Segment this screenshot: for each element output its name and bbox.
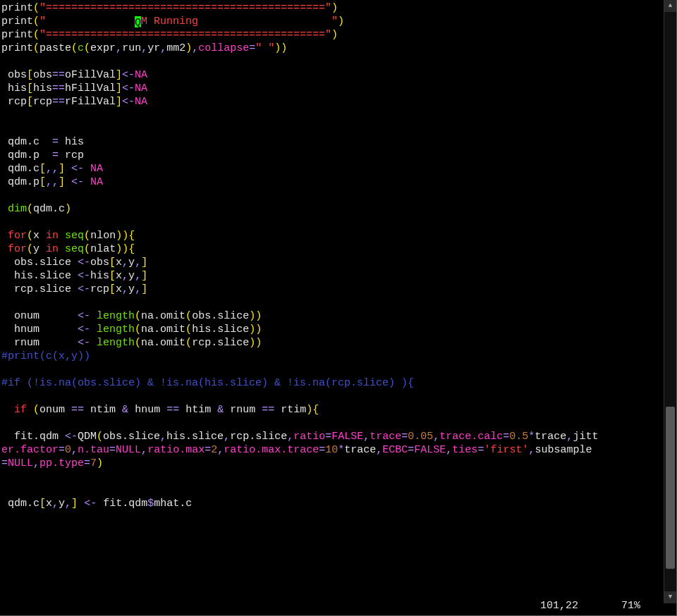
terminal-editor: print("=================================… xyxy=(0,0,677,616)
code-line: =NULL,pp.type=7) xyxy=(1,457,663,470)
code-line: print("=================================… xyxy=(1,1,663,15)
code-line: his.slice <-his[x,y,] xyxy=(1,269,663,283)
scrollbar-thumb[interactable] xyxy=(666,407,675,569)
scroll-percent: 71% xyxy=(621,599,640,612)
vertical-scrollbar[interactable]: ▲ ▼ xyxy=(664,0,676,603)
scroll-up-button[interactable]: ▲ xyxy=(664,0,676,12)
code-line: if (onum == ntim & hnum == htim & rnum =… xyxy=(1,403,663,417)
code-line xyxy=(1,417,663,430)
scrollbar-track[interactable] xyxy=(664,12,676,591)
code-line: qdm.p = rcp xyxy=(1,149,663,162)
code-line xyxy=(1,55,663,68)
code-line: fit.qdm <-QDM(obs.slice,his.slice,rcp.sl… xyxy=(1,430,663,443)
code-line xyxy=(1,363,663,376)
code-line: obs.slice <-obs[x,y,] xyxy=(1,256,663,269)
code-line: dim(qdm.c) xyxy=(1,202,663,216)
cursor-position: 101,22 xyxy=(540,599,578,612)
code-line: for(x in seq(nlon)){ xyxy=(1,229,663,242)
code-line xyxy=(1,483,663,497)
code-line xyxy=(1,122,663,135)
code-line xyxy=(1,296,663,309)
code-line: onum <- length(na.omit(obs.slice)) xyxy=(1,309,663,323)
code-line: print("=================================… xyxy=(1,28,663,42)
chevron-down-icon: ▼ xyxy=(669,591,672,604)
vim-status-line: 101,22 71% xyxy=(0,599,663,612)
code-line: qdm.c[,,] <- NA xyxy=(1,162,663,175)
code-line: his[his==hFillVal]<-NA xyxy=(1,82,663,95)
code-line: #print(c(x,y)) xyxy=(1,350,663,363)
code-line: #if (!is.na(obs.slice) & !is.na(his.slic… xyxy=(1,376,663,390)
chevron-up-icon: ▲ xyxy=(669,0,672,13)
code-line: obs[obs==oFillVal]<-NA xyxy=(1,68,663,82)
code-line: rcp.slice <-rcp[x,y,] xyxy=(1,283,663,296)
code-line xyxy=(1,390,663,403)
code-line: print(paste(c(expr,run,yr,mm2),collapse=… xyxy=(1,42,663,55)
code-line: print(" QM Running ") xyxy=(1,15,663,28)
code-area[interactable]: print("=================================… xyxy=(0,0,663,602)
code-line: qdm.p[,,] <- NA xyxy=(1,175,663,189)
code-line: rnum <- length(na.omit(rcp.slice)) xyxy=(1,336,663,350)
code-line xyxy=(1,216,663,229)
code-line xyxy=(1,109,663,122)
scroll-down-button[interactable]: ▼ xyxy=(664,591,676,603)
text-cursor: Q xyxy=(135,16,141,27)
code-line: qdm.c[x,y,] <- fit.qdm$mhat.c xyxy=(1,497,663,510)
code-line xyxy=(1,189,663,202)
code-line: hnum <- length(na.omit(his.slice)) xyxy=(1,323,663,336)
code-line xyxy=(1,470,663,483)
code-line: rcp[rcp==rFillVal]<-NA xyxy=(1,95,663,109)
code-line: er.factor=0,n.tau=NULL,ratio.max=2,ratio… xyxy=(1,443,663,457)
code-line: for(y in seq(nlat)){ xyxy=(1,242,663,256)
code-line: qdm.c = his xyxy=(1,135,663,149)
